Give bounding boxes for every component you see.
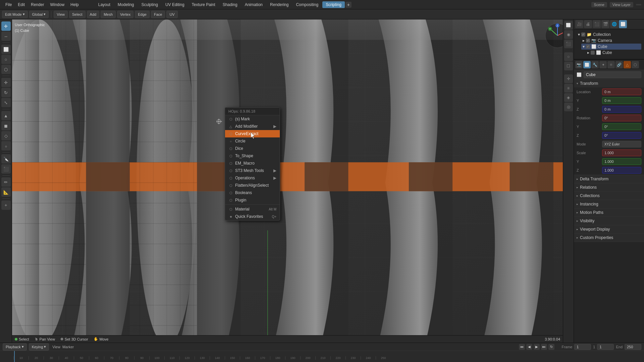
cursor-tool[interactable]: ✛ <box>1 21 11 31</box>
tab-uv-editing[interactable]: UV Editing <box>162 1 188 8</box>
instancing-header[interactable]: ▸ Instancing <box>574 200 644 208</box>
add-workspace-button[interactable]: + <box>345 2 352 8</box>
playback-selector[interactable]: Playback ▾ <box>3 343 27 351</box>
tab-texture-paint[interactable]: Texture Paint <box>189 1 219 8</box>
tab-shading[interactable]: Shading <box>219 1 241 8</box>
loop-cut-tool[interactable]: ⬦ <box>1 141 11 150</box>
pivot-selector[interactable]: Global ▾ <box>29 11 49 18</box>
menu-help[interactable]: Help <box>68 2 82 8</box>
scale-z[interactable]: 1.000 <box>602 167 641 174</box>
viewport-3d[interactable]: User Orthographic (1) Cube X Y Z <box>12 19 574 343</box>
select-box-tool[interactable]: ⬜ <box>1 45 11 54</box>
menu-item-to-shape[interactable]: ⬡ To_Shape <box>225 152 280 160</box>
uv-menu[interactable]: UV <box>166 11 177 18</box>
custom-props-header[interactable]: ▸ Custom Properties <box>574 234 644 242</box>
viewport-shading-rendered[interactable]: ⬛ <box>564 40 573 48</box>
scale-x[interactable]: 1.000 <box>602 149 641 156</box>
transform-header[interactable]: ▾ Transform <box>574 79 644 87</box>
current-frame-input[interactable]: 1 <box>574 344 591 350</box>
menu-item-dice[interactable]: ⬡ Dice <box>225 145 280 152</box>
menu-item-quick-favorites[interactable]: ★ Quick Favorites Q+ <box>225 213 280 220</box>
menu-item-circle[interactable]: ○ Circle <box>225 137 280 145</box>
tab-modeling[interactable]: Modeling <box>114 1 138 8</box>
rotation-y[interactable]: 0° <box>602 123 641 130</box>
menu-item-st3-mesh-tools[interactable]: ⬡ ST3 Mesh Tools ▶ <box>225 167 280 174</box>
keying-selector[interactable]: Keying ▾ <box>29 343 49 351</box>
menu-file[interactable]: File <box>3 2 14 8</box>
menu-edit[interactable]: Edit <box>15 2 28 8</box>
menu-item-em-macro[interactable]: ⬡ EM_Macro <box>225 160 280 167</box>
delta-transform-header[interactable]: ▸ Delta Transform <box>574 175 644 183</box>
annotate-tool[interactable]: ✏ <box>1 177 11 187</box>
relations-header[interactable]: ▸ Relations <box>574 183 644 191</box>
loop-button[interactable]: ↻ <box>548 344 554 350</box>
select-lasso-tool[interactable]: ⬡ <box>1 65 11 74</box>
collection-check[interactable]: ✓ <box>581 33 585 37</box>
modifier-icon[interactable]: 🔧 <box>591 61 599 68</box>
jump-end-button[interactable]: ⏭ <box>541 344 547 350</box>
face-menu[interactable]: Face <box>151 11 165 18</box>
render-props-icon[interactable]: 🎥 <box>575 20 583 28</box>
rotate-tool[interactable]: ↻ <box>1 88 11 97</box>
tab-layout[interactable]: Layout <box>95 1 114 8</box>
inset-tool[interactable]: ◼ <box>1 121 11 130</box>
menu-item-material[interactable]: ⬡ Material Alt M <box>225 205 280 213</box>
viewport-shading-material[interactable]: ◉ <box>564 30 573 39</box>
bisect-tool[interactable]: ⬛ <box>1 164 11 174</box>
add-tool[interactable]: ＋ <box>1 200 11 210</box>
tab-animation[interactable]: Animation <box>241 1 266 8</box>
jump-start-button[interactable]: ⏮ <box>519 344 525 350</box>
world-props-icon[interactable]: 🌐 <box>610 20 618 28</box>
bevel-tool[interactable]: ◇ <box>1 131 11 140</box>
tab-compositing[interactable]: Compositing <box>292 1 322 8</box>
measure-tool[interactable]: 📐 <box>1 187 11 197</box>
object-icon[interactable]: ⬜ <box>583 61 591 68</box>
menu-window[interactable]: Window <box>47 2 67 8</box>
cube-check[interactable]: ✓ <box>586 45 590 49</box>
extrude-tool[interactable]: ▲ <box>1 111 11 120</box>
proportional-edit[interactable]: ◎ <box>564 103 573 111</box>
mode-selector[interactable]: Edit Mode ▾ <box>2 11 28 18</box>
mesh-menu[interactable]: Mesh <box>101 11 116 18</box>
timeline-ruler[interactable]: 10 20 30 40 50 60 70 80 90 100 110 120 1… <box>0 351 644 362</box>
menu-item-plugin[interactable]: ⬡ Plugin <box>225 196 280 204</box>
play-button[interactable]: ▶ <box>534 344 540 350</box>
select-circle-tool[interactable]: ○ <box>1 55 11 64</box>
gizmo-settings[interactable]: ✛ <box>564 74 573 83</box>
rotation-mode[interactable]: XYZ Euler <box>602 141 641 147</box>
constraints-icon[interactable]: 🔗 <box>615 61 623 68</box>
tab-scripting[interactable]: Scripting <box>322 1 345 8</box>
viewport-shading-solid[interactable]: ⬜ <box>564 21 573 29</box>
show-overlays[interactable]: ≡ <box>564 84 573 93</box>
rotation-x[interactable]: 0° <box>602 115 641 121</box>
view-menu[interactable]: View <box>54 11 68 18</box>
material-icon[interactable]: ⬡ <box>632 61 639 68</box>
location-x[interactable]: 0 m <box>602 88 641 95</box>
tab-rendering[interactable]: Rendering <box>267 1 292 8</box>
view-layer-selector[interactable] <box>636 4 641 5</box>
scene-collection-item[interactable]: ▾ ✓ 📁 Collection <box>577 32 641 38</box>
scale-y[interactable]: 1.000 <box>602 158 641 165</box>
menu-item-flatten-align[interactable]: ⬡ Flatten/AlignSelect <box>225 182 280 189</box>
location-y[interactable]: 0 m <box>602 97 641 104</box>
select-menu[interactable]: Select <box>69 11 86 18</box>
collections-header[interactable]: ▸ Collections <box>574 192 644 200</box>
scene-selector[interactable]: View Layer <box>610 2 633 7</box>
start-frame-input[interactable]: 1 <box>597 344 614 350</box>
output-props-icon[interactable]: 🖨 <box>584 20 592 28</box>
transform-tool[interactable]: ✛ <box>1 78 11 87</box>
tab-sculpting[interactable]: Sculpting <box>138 1 161 8</box>
overlay-button[interactable]: ○ <box>564 52 573 61</box>
motion-paths-header[interactable]: ▸ Motion Paths <box>574 208 644 217</box>
end-frame-input[interactable]: 250 <box>625 344 641 350</box>
menu-item-mark[interactable]: ⬡ (s) Mark <box>225 115 280 123</box>
move-tool[interactable]: ↔ <box>1 32 11 41</box>
particles-icon[interactable]: ✦ <box>599 61 607 68</box>
viewport-display-header[interactable]: ▸ Viewport Display <box>574 225 644 233</box>
edge-menu[interactable]: Edge <box>135 11 150 18</box>
engine-selector[interactable]: Scene <box>591 2 607 7</box>
visibility-header[interactable]: ▸ Visibility <box>574 217 644 225</box>
snap-toggle[interactable]: ◈ <box>564 93 573 102</box>
menu-item-booleans[interactable]: ⬡ Booleans <box>225 189 280 196</box>
view-layer-icon[interactable]: ⬛ <box>593 20 601 28</box>
